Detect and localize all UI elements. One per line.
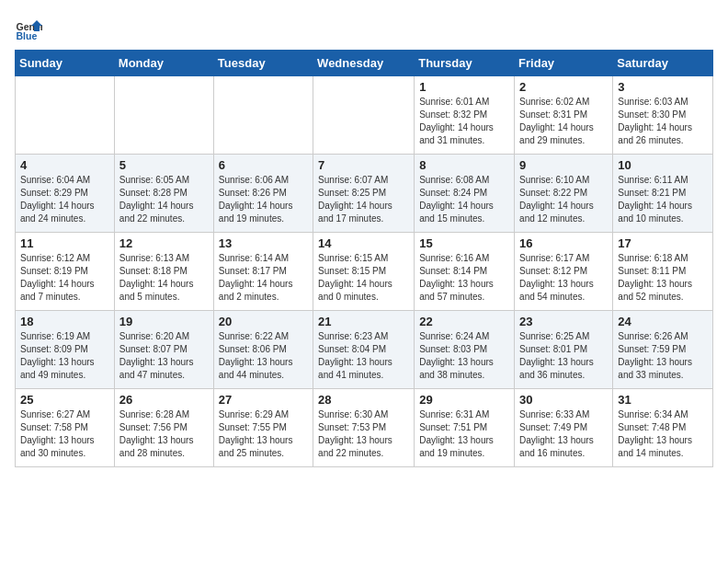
day-header-thursday: Thursday xyxy=(415,51,515,76)
calendar-cell: 30Sunrise: 6:33 AM Sunset: 7:49 PM Dayli… xyxy=(515,389,613,467)
calendar-table: SundayMondayTuesdayWednesdayThursdayFrid… xyxy=(15,50,713,467)
day-number: 19 xyxy=(119,315,209,328)
week-row-1: 1Sunrise: 6:01 AM Sunset: 8:32 PM Daylig… xyxy=(16,76,713,155)
calendar-cell: 15Sunrise: 6:16 AM Sunset: 8:14 PM Dayli… xyxy=(415,233,515,311)
day-number: 28 xyxy=(318,393,409,407)
day-number: 7 xyxy=(318,158,409,172)
day-number: 18 xyxy=(20,315,109,328)
day-number: 14 xyxy=(318,236,409,250)
calendar-cell: 21Sunrise: 6:23 AM Sunset: 8:04 PM Dayli… xyxy=(313,311,415,389)
day-header-wednesday: Wednesday xyxy=(313,51,415,76)
calendar-cell: 24Sunrise: 6:26 AM Sunset: 7:59 PM Dayli… xyxy=(613,311,713,389)
day-header-sunday: Sunday xyxy=(16,51,115,76)
day-content: Sunrise: 6:11 AM Sunset: 8:21 PM Dayligh… xyxy=(618,174,708,225)
day-number: 1 xyxy=(419,80,509,94)
calendar-cell: 13Sunrise: 6:14 AM Sunset: 8:17 PM Dayli… xyxy=(213,233,313,311)
calendar-cell: 26Sunrise: 6:28 AM Sunset: 7:56 PM Dayli… xyxy=(114,389,213,467)
calendar-cell: 25Sunrise: 6:27 AM Sunset: 7:58 PM Dayli… xyxy=(16,389,115,467)
day-content: Sunrise: 6:08 AM Sunset: 8:24 PM Dayligh… xyxy=(419,174,509,225)
day-content: Sunrise: 6:03 AM Sunset: 8:30 PM Dayligh… xyxy=(618,96,708,147)
day-number: 11 xyxy=(20,236,109,250)
day-number: 2 xyxy=(519,80,608,94)
calendar-cell: 1Sunrise: 6:01 AM Sunset: 8:32 PM Daylig… xyxy=(415,76,515,155)
day-number: 13 xyxy=(219,236,308,250)
calendar-cell: 10Sunrise: 6:11 AM Sunset: 8:21 PM Dayli… xyxy=(613,155,713,233)
calendar-cell: 12Sunrise: 6:13 AM Sunset: 8:18 PM Dayli… xyxy=(114,233,213,311)
day-number: 31 xyxy=(618,393,708,407)
day-content: Sunrise: 6:34 AM Sunset: 7:48 PM Dayligh… xyxy=(618,408,708,460)
day-number: 23 xyxy=(519,315,608,328)
day-number: 22 xyxy=(419,315,509,328)
calendar-cell: 27Sunrise: 6:29 AM Sunset: 7:55 PM Dayli… xyxy=(213,389,313,467)
day-content: Sunrise: 6:25 AM Sunset: 8:01 PM Dayligh… xyxy=(519,330,608,382)
day-content: Sunrise: 6:10 AM Sunset: 8:22 PM Dayligh… xyxy=(519,174,608,225)
day-content: Sunrise: 6:31 AM Sunset: 7:51 PM Dayligh… xyxy=(419,408,509,460)
day-number: 26 xyxy=(119,393,209,407)
calendar-cell: 16Sunrise: 6:17 AM Sunset: 8:12 PM Dayli… xyxy=(515,233,613,311)
day-content: Sunrise: 6:33 AM Sunset: 7:49 PM Dayligh… xyxy=(519,408,608,460)
day-number: 6 xyxy=(219,158,308,172)
calendar-cell: 28Sunrise: 6:30 AM Sunset: 7:53 PM Dayli… xyxy=(313,389,415,467)
day-content: Sunrise: 6:23 AM Sunset: 8:04 PM Dayligh… xyxy=(318,330,409,382)
day-number: 4 xyxy=(20,158,109,172)
day-number: 16 xyxy=(519,236,608,250)
day-number: 27 xyxy=(219,393,308,407)
calendar-cell: 19Sunrise: 6:20 AM Sunset: 8:07 PM Dayli… xyxy=(114,311,213,389)
day-content: Sunrise: 6:05 AM Sunset: 8:28 PM Dayligh… xyxy=(119,174,209,225)
day-header-monday: Monday xyxy=(114,51,213,76)
day-content: Sunrise: 6:24 AM Sunset: 8:03 PM Dayligh… xyxy=(419,330,509,382)
calendar-cell: 4Sunrise: 6:04 AM Sunset: 8:29 PM Daylig… xyxy=(16,155,115,233)
day-number: 8 xyxy=(419,158,509,172)
week-row-2: 4Sunrise: 6:04 AM Sunset: 8:29 PM Daylig… xyxy=(16,155,713,233)
day-content: Sunrise: 6:13 AM Sunset: 8:18 PM Dayligh… xyxy=(119,252,209,304)
calendar-cell: 14Sunrise: 6:15 AM Sunset: 8:15 PM Dayli… xyxy=(313,233,415,311)
day-content: Sunrise: 6:16 AM Sunset: 8:14 PM Dayligh… xyxy=(419,252,509,304)
calendar-cell: 8Sunrise: 6:08 AM Sunset: 8:24 PM Daylig… xyxy=(415,155,515,233)
day-number: 21 xyxy=(318,315,409,328)
day-content: Sunrise: 6:12 AM Sunset: 8:19 PM Dayligh… xyxy=(20,252,109,304)
day-number: 9 xyxy=(519,158,608,172)
logo-icon: General Blue xyxy=(15,15,42,42)
day-number: 10 xyxy=(618,158,708,172)
calendar-cell: 22Sunrise: 6:24 AM Sunset: 8:03 PM Dayli… xyxy=(415,311,515,389)
day-content: Sunrise: 6:29 AM Sunset: 7:55 PM Dayligh… xyxy=(219,408,308,460)
page-header: General Blue xyxy=(15,15,713,42)
day-number: 5 xyxy=(119,158,209,172)
day-content: Sunrise: 6:19 AM Sunset: 8:09 PM Dayligh… xyxy=(20,330,109,382)
calendar-cell: 5Sunrise: 6:05 AM Sunset: 8:28 PM Daylig… xyxy=(114,155,213,233)
calendar-cell: 11Sunrise: 6:12 AM Sunset: 8:19 PM Dayli… xyxy=(16,233,115,311)
day-number: 3 xyxy=(618,80,708,94)
day-content: Sunrise: 6:22 AM Sunset: 8:06 PM Dayligh… xyxy=(219,330,308,382)
calendar-cell xyxy=(313,76,415,155)
day-number: 15 xyxy=(419,236,509,250)
day-header-row: SundayMondayTuesdayWednesdayThursdayFrid… xyxy=(16,51,713,76)
day-number: 20 xyxy=(219,315,308,328)
calendar-cell: 29Sunrise: 6:31 AM Sunset: 7:51 PM Dayli… xyxy=(415,389,515,467)
calendar-cell: 2Sunrise: 6:02 AM Sunset: 8:31 PM Daylig… xyxy=(515,76,613,155)
day-content: Sunrise: 6:07 AM Sunset: 8:25 PM Dayligh… xyxy=(318,174,409,225)
week-row-5: 25Sunrise: 6:27 AM Sunset: 7:58 PM Dayli… xyxy=(16,389,713,467)
svg-text:Blue: Blue xyxy=(17,30,38,41)
calendar-cell: 31Sunrise: 6:34 AM Sunset: 7:48 PM Dayli… xyxy=(613,389,713,467)
calendar-cell xyxy=(114,76,213,155)
day-number: 24 xyxy=(618,315,708,328)
day-content: Sunrise: 6:01 AM Sunset: 8:32 PM Dayligh… xyxy=(419,96,509,147)
day-content: Sunrise: 6:26 AM Sunset: 7:59 PM Dayligh… xyxy=(618,330,708,382)
calendar-cell: 18Sunrise: 6:19 AM Sunset: 8:09 PM Dayli… xyxy=(16,311,115,389)
calendar-cell: 17Sunrise: 6:18 AM Sunset: 8:11 PM Dayli… xyxy=(613,233,713,311)
day-content: Sunrise: 6:30 AM Sunset: 7:53 PM Dayligh… xyxy=(318,408,409,460)
week-row-3: 11Sunrise: 6:12 AM Sunset: 8:19 PM Dayli… xyxy=(16,233,713,311)
day-number: 30 xyxy=(519,393,608,407)
day-content: Sunrise: 6:06 AM Sunset: 8:26 PM Dayligh… xyxy=(219,174,308,225)
day-number: 25 xyxy=(20,393,109,407)
logo: General Blue xyxy=(15,15,46,42)
day-content: Sunrise: 6:17 AM Sunset: 8:12 PM Dayligh… xyxy=(519,252,608,304)
day-content: Sunrise: 6:28 AM Sunset: 7:56 PM Dayligh… xyxy=(119,408,209,460)
calendar-cell xyxy=(213,76,313,155)
week-row-4: 18Sunrise: 6:19 AM Sunset: 8:09 PM Dayli… xyxy=(16,311,713,389)
day-number: 17 xyxy=(618,236,708,250)
day-content: Sunrise: 6:04 AM Sunset: 8:29 PM Dayligh… xyxy=(20,174,109,225)
day-content: Sunrise: 6:27 AM Sunset: 7:58 PM Dayligh… xyxy=(20,408,109,460)
day-content: Sunrise: 6:18 AM Sunset: 8:11 PM Dayligh… xyxy=(618,252,708,304)
day-header-tuesday: Tuesday xyxy=(213,51,313,76)
